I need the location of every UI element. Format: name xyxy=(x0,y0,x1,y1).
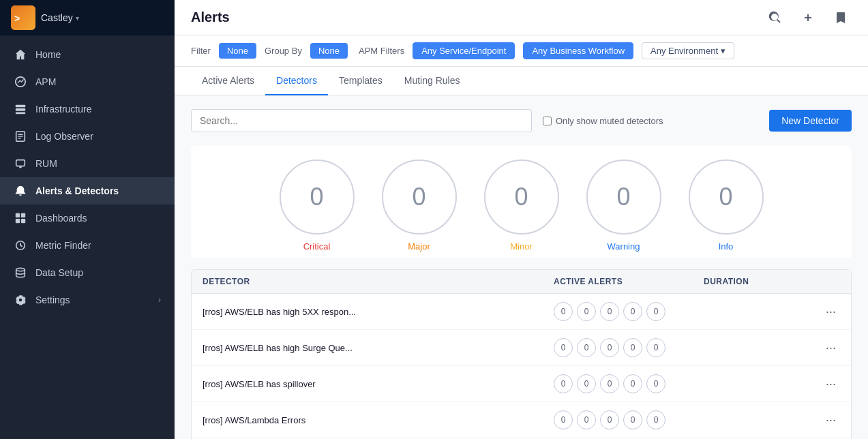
info-circle-item: 0 Info xyxy=(689,160,764,252)
detector-name: [rros] AWS/Lambda Errors xyxy=(203,415,554,425)
sidebar-item-metric-finder[interactable]: Metric Finder xyxy=(0,232,175,259)
splunk-icon: > xyxy=(11,5,35,30)
tab-active-alerts[interactable]: Active Alerts xyxy=(191,67,265,95)
col-active-alerts: Active Alerts xyxy=(554,277,704,286)
alert-badges: 0 0 0 0 0 xyxy=(554,410,704,429)
table-row: [rros] AWS/ELB has high 5XX respon... 0 … xyxy=(192,294,851,330)
more-options-button[interactable]: ··· xyxy=(822,303,840,320)
minor-label: Minor xyxy=(510,241,533,252)
row-actions: ··· xyxy=(813,376,840,393)
more-options-button[interactable]: ··· xyxy=(822,376,840,393)
chevron-down-icon: ▾ xyxy=(721,46,725,56)
table-row: [rros] AWS/Lambda Errors 0 0 0 0 0 ··· xyxy=(192,402,851,438)
warning-label: Warning xyxy=(608,241,640,252)
environment-button[interactable]: Any Environment ▾ xyxy=(642,42,734,59)
apm-icon xyxy=(14,75,27,89)
filter-none-button[interactable]: None xyxy=(219,43,256,59)
filter-bar: Filter None Group By None APM Filters An… xyxy=(175,35,868,67)
tab-muting-rules[interactable]: Muting Rules xyxy=(393,67,471,95)
mute-checkbox-label[interactable]: Only show muted detectors xyxy=(543,116,663,126)
sidebar-item-settings[interactable]: Settings › xyxy=(0,286,175,314)
badge-warning: 0 xyxy=(623,374,642,393)
content-area: Only show muted detectors New Detector 0… xyxy=(175,95,868,439)
metric-icon xyxy=(14,239,27,252)
service-endpoint-button[interactable]: Any Service/Endpoint xyxy=(413,42,515,59)
alert-badges: 0 0 0 0 0 xyxy=(554,374,704,393)
more-options-button[interactable]: ··· xyxy=(822,339,840,357)
rum-icon xyxy=(14,157,27,170)
apm-filters-label: APM Filters xyxy=(359,46,404,56)
sidebar-item-rum[interactable]: RUM xyxy=(0,150,175,177)
group-by-label: Group By xyxy=(265,46,302,56)
major-circle[interactable]: 0 xyxy=(382,160,457,234)
log-icon xyxy=(14,130,27,143)
critical-circle[interactable]: 0 xyxy=(280,160,355,234)
minor-circle-item: 0 Minor xyxy=(484,160,559,252)
alert-badges: 0 0 0 0 0 xyxy=(554,302,704,321)
chevron-down-icon: ▾ xyxy=(76,14,79,22)
warning-circle-item: 0 Warning xyxy=(586,160,661,252)
sidebar-item-home[interactable]: Home xyxy=(0,41,175,68)
sidebar-item-apm[interactable]: APM xyxy=(0,68,175,95)
bell-icon xyxy=(14,184,27,198)
topbar-actions xyxy=(764,7,852,29)
svg-rect-4 xyxy=(16,108,25,111)
major-label: Major xyxy=(408,241,430,252)
detectors-table: Detector Active Alerts Duration [rros] A… xyxy=(191,269,852,439)
sidebar-item-log-observer[interactable]: Log Observer xyxy=(0,123,175,150)
minor-circle[interactable]: 0 xyxy=(484,160,559,234)
detector-name: [rros] AWS/ELB has high 5XX respon... xyxy=(203,307,554,317)
settings-arrow-icon: › xyxy=(158,295,161,305)
badge-minor: 0 xyxy=(600,410,619,429)
row-actions: ··· xyxy=(813,412,840,429)
badge-info: 0 xyxy=(646,302,665,321)
group-by-none-button[interactable]: None xyxy=(310,43,348,59)
detector-name: [rros] AWS/ELB has spillover xyxy=(203,379,554,389)
svg-rect-16 xyxy=(21,219,25,223)
search-row: Only show muted detectors New Detector xyxy=(191,109,852,132)
more-options-button[interactable]: ··· xyxy=(822,412,840,429)
svg-rect-3 xyxy=(16,105,25,108)
sidebar-item-data-setup[interactable]: Data Setup xyxy=(0,259,175,286)
detector-name: [rros] AWS/ELB has high Surge Que... xyxy=(203,343,554,353)
badge-info: 0 xyxy=(646,338,665,357)
tabs: Active Alerts Detectors Templates Muting… xyxy=(175,67,868,95)
tab-templates[interactable]: Templates xyxy=(328,67,393,95)
settings-icon xyxy=(14,293,27,307)
new-detector-button[interactable]: New Detector xyxy=(769,110,852,132)
critical-circle-item: 0 Critical xyxy=(280,160,355,252)
badge-critical: 0 xyxy=(554,410,573,429)
badge-minor: 0 xyxy=(600,302,619,321)
sidebar-item-infrastructure[interactable]: Infrastructure xyxy=(0,95,175,123)
add-icon[interactable] xyxy=(797,7,819,29)
home-icon xyxy=(14,48,27,61)
badge-minor: 0 xyxy=(600,374,619,393)
data-icon xyxy=(14,266,27,279)
table-header: Detector Active Alerts Duration xyxy=(192,270,851,294)
sidebar: > Castley ▾ Home APM Infrastruct xyxy=(0,0,175,439)
badge-major: 0 xyxy=(577,374,596,393)
business-workflow-button[interactable]: Any Business Workflow xyxy=(523,42,633,59)
sidebar-item-dashboards[interactable]: Dashboards xyxy=(0,205,175,232)
info-circle[interactable]: 0 xyxy=(689,160,764,234)
sidebar-navigation: Home APM Infrastructure Log Observer xyxy=(0,35,175,439)
search-icon[interactable] xyxy=(764,7,786,29)
svg-point-2 xyxy=(16,77,25,87)
org-name: Castley ▾ xyxy=(41,12,79,23)
bookmark-icon[interactable] xyxy=(830,7,852,29)
badge-critical: 0 xyxy=(554,302,573,321)
badge-info: 0 xyxy=(646,374,665,393)
badge-major: 0 xyxy=(577,410,596,429)
badge-major: 0 xyxy=(577,302,596,321)
badge-warning: 0 xyxy=(623,338,642,357)
search-input[interactable] xyxy=(191,109,532,132)
sidebar-item-alerts-detectors[interactable]: Alerts & Detectors xyxy=(0,177,175,205)
dashboards-icon xyxy=(14,211,27,225)
sidebar-logo[interactable]: > Castley ▾ xyxy=(0,0,175,35)
tab-detectors[interactable]: Detectors xyxy=(265,67,328,95)
col-actions xyxy=(813,277,840,286)
table-row: [rros] AWS/ELB has high Surge Que... 0 0… xyxy=(192,330,851,366)
search-input-wrap xyxy=(191,109,532,132)
mute-checkbox[interactable] xyxy=(543,117,552,125)
warning-circle[interactable]: 0 xyxy=(586,160,661,234)
